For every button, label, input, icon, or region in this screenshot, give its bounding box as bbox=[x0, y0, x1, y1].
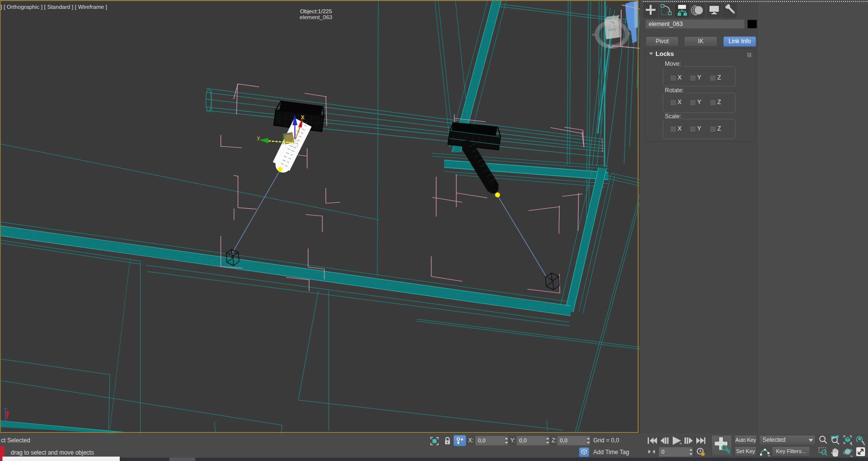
svg-text:W: W bbox=[592, 32, 596, 37]
svg-text:X: X bbox=[301, 114, 305, 120]
svg-text:Object:1/225: Object:1/225 bbox=[300, 8, 332, 14]
svg-text:element_063: element_063 bbox=[300, 14, 333, 20]
svg-text:] [ Orthographic ] [ Standard: ] [ Orthographic ] [ Standard ] [ Wirefr… bbox=[0, 4, 107, 10]
svg-text:y: y bbox=[257, 135, 260, 140]
svg-text:LEFT: LEFT bbox=[608, 28, 617, 31]
svg-text:S: S bbox=[628, 31, 631, 36]
